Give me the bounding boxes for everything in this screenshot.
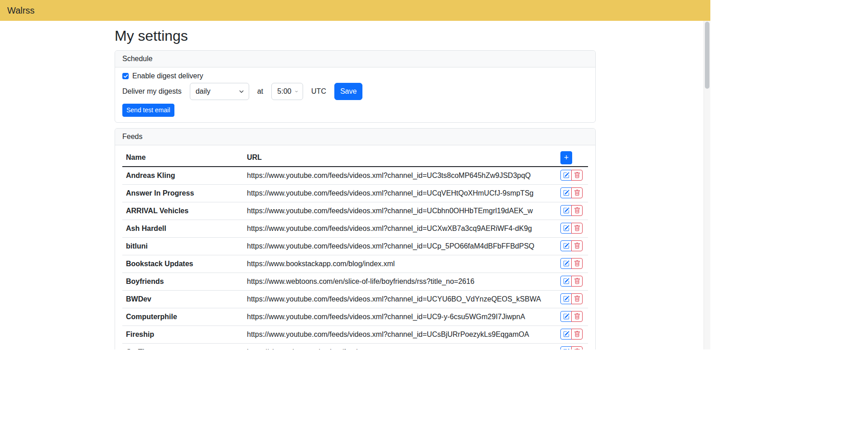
edit-feed-button[interactable] — [560, 293, 572, 304]
feed-row: Answer In Progress https://www.youtube.c… — [122, 185, 588, 202]
pencil-square-icon — [563, 296, 569, 302]
feed-actions-group — [560, 311, 583, 322]
chevron-down-icon — [239, 89, 244, 94]
feeds-table: Name URL + Andreas Kling https://www.you… — [122, 149, 588, 349]
feed-row: Go Time https://changelog.com/gotime/fee… — [122, 344, 588, 350]
scrollbar[interactable] — [704, 21, 710, 349]
feed-actions-group — [560, 276, 583, 287]
time-select[interactable]: 5:00 — [271, 83, 303, 100]
feed-actions — [557, 220, 588, 238]
edit-feed-button[interactable] — [560, 311, 572, 322]
delete-feed-button[interactable] — [571, 276, 583, 287]
feed-row: Bookstack Updates https://www.bookstacka… — [122, 255, 588, 273]
trash-icon — [574, 225, 580, 231]
delete-feed-button[interactable] — [571, 240, 583, 251]
delete-feed-button[interactable] — [571, 329, 583, 340]
feeds-card-header: Feeds — [115, 129, 595, 145]
feed-url: https://www.youtube.com/feeds/videos.xml… — [243, 167, 557, 185]
feed-actions — [557, 202, 588, 220]
feed-actions-group — [560, 187, 583, 198]
feed-row: Computerphile https://www.youtube.com/fe… — [122, 308, 588, 326]
feed-name: ARRIVAL Vehicles — [122, 202, 243, 220]
edit-feed-button[interactable] — [560, 346, 572, 349]
enable-digest-row: Enable digest delivery — [122, 71, 588, 81]
send-test-email-button[interactable]: Send test email — [122, 104, 174, 117]
check-icon — [123, 74, 128, 79]
delete-feed-button[interactable] — [571, 346, 583, 349]
trash-icon — [574, 172, 580, 178]
frequency-value: daily — [196, 87, 211, 96]
edit-feed-button[interactable] — [560, 240, 572, 251]
enable-digest-checkbox[interactable] — [122, 73, 129, 79]
feed-actions — [557, 273, 588, 291]
trash-icon — [574, 331, 580, 337]
feed-row: Ash Hardell https://www.youtube.com/feed… — [122, 220, 588, 238]
feed-actions — [557, 344, 588, 350]
pencil-square-icon — [563, 243, 569, 249]
schedule-card-body: Enable digest delivery Deliver my digest… — [115, 67, 595, 122]
edit-feed-button[interactable] — [560, 223, 572, 234]
delete-feed-button[interactable] — [571, 223, 583, 234]
navbar: Walrss — [0, 0, 710, 21]
feed-row: Fireship https://www.youtube.com/feeds/v… — [122, 326, 588, 344]
feed-actions — [557, 308, 588, 326]
feed-actions-group — [560, 293, 583, 304]
delete-feed-button[interactable] — [571, 205, 583, 216]
edit-feed-button[interactable] — [560, 205, 572, 216]
time-value: 5:00 — [277, 87, 291, 96]
page-title: My settings — [115, 27, 596, 44]
add-feed-button[interactable]: + — [560, 151, 572, 164]
delete-feed-button[interactable] — [571, 258, 583, 269]
feed-url: https://www.youtube.com/feeds/videos.xml… — [243, 202, 557, 220]
trash-icon — [574, 278, 580, 284]
frequency-select[interactable]: daily — [190, 83, 249, 100]
scrollbar-thumb[interactable] — [705, 22, 709, 89]
feed-url: https://www.youtube.com/feeds/videos.xml… — [243, 220, 557, 238]
delete-feed-button[interactable] — [571, 187, 583, 198]
timezone-label: UTC — [311, 87, 326, 96]
delete-feed-button[interactable] — [571, 311, 583, 322]
trash-icon — [574, 243, 580, 249]
pencil-square-icon — [563, 225, 569, 231]
edit-feed-button[interactable] — [560, 329, 572, 340]
feed-actions-group — [560, 258, 583, 269]
navbar-brand[interactable]: Walrss — [7, 5, 34, 16]
column-header-url: URL — [243, 149, 557, 167]
pencil-square-icon — [563, 331, 569, 337]
edit-feed-button[interactable] — [560, 276, 572, 287]
trash-icon — [574, 260, 580, 267]
delete-feed-button[interactable] — [571, 293, 583, 304]
feed-actions — [557, 185, 588, 202]
feed-name: Go Time — [122, 344, 243, 350]
feed-name: bitluni — [122, 238, 243, 255]
feed-row: Andreas Kling https://www.youtube.com/fe… — [122, 167, 588, 185]
pencil-square-icon — [563, 260, 569, 267]
save-button[interactable]: Save — [334, 83, 362, 100]
pencil-square-icon — [563, 313, 569, 320]
pencil-square-icon — [563, 349, 569, 349]
pencil-square-icon — [563, 172, 569, 178]
feed-actions — [557, 255, 588, 273]
feeds-card-body: Name URL + Andreas Kling https://www.you… — [115, 145, 595, 349]
feed-url: https://changelog.com/gotime/feed — [243, 344, 557, 350]
feed-url: https://www.youtube.com/feeds/videos.xml… — [243, 185, 557, 202]
feed-row: BWDev https://www.youtube.com/feeds/vide… — [122, 291, 588, 308]
main-content: My settings Schedule Enable digest deliv… — [115, 27, 596, 349]
enable-digest-label: Enable digest delivery — [132, 72, 203, 80]
column-header-actions: + — [557, 149, 588, 167]
pencil-square-icon — [563, 190, 569, 196]
trash-icon — [574, 207, 580, 214]
feed-row: ARRIVAL Vehicles https://www.youtube.com… — [122, 202, 588, 220]
feed-actions — [557, 167, 588, 185]
feed-url: https://www.youtube.com/feeds/videos.xml… — [243, 308, 557, 326]
edit-feed-button[interactable] — [560, 187, 572, 198]
feed-name: Answer In Progress — [122, 185, 243, 202]
feeds-table-header-row: Name URL + — [122, 149, 588, 167]
delete-feed-button[interactable] — [571, 170, 583, 181]
at-label: at — [257, 87, 263, 96]
edit-feed-button[interactable] — [560, 170, 572, 181]
feed-row: Boyfriends https://www.webtoons.com/en/s… — [122, 273, 588, 291]
feed-actions-group — [560, 170, 583, 181]
feed-actions-group — [560, 240, 583, 251]
edit-feed-button[interactable] — [560, 258, 572, 269]
